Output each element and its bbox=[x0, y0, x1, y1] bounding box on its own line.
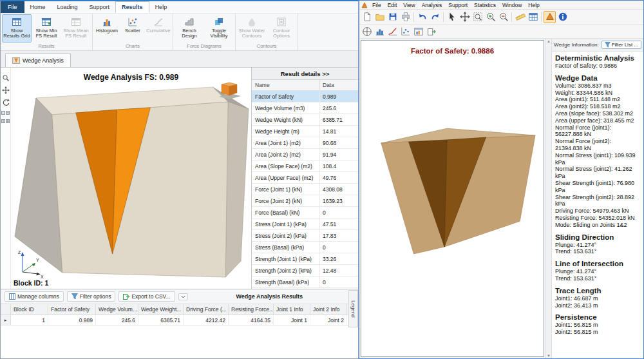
details-col-data[interactable]: Data bbox=[319, 80, 358, 90]
data-table-icon[interactable] bbox=[527, 11, 539, 23]
manage-columns-button[interactable]: Manage columns bbox=[5, 291, 64, 302]
grid-col-wedge-weight[interactable]: Wedge Weight... bbox=[138, 304, 184, 315]
tab-results[interactable]: Results bbox=[115, 1, 149, 13]
view-preset-icon-1[interactable] bbox=[1, 111, 5, 115]
menu-item[interactable]: Edit bbox=[384, 2, 401, 8]
chart-viewer-icon[interactable] bbox=[412, 25, 424, 37]
details-col-name[interactable]: Name bbox=[252, 82, 319, 88]
detail-name: Wedge Weight (kN) bbox=[252, 117, 319, 123]
export-dropdown-button[interactable] bbox=[178, 293, 188, 300]
detail-row[interactable]: Area (Joint 1) (m2) 90.68 bbox=[252, 137, 358, 149]
detail-value: 14.81 bbox=[319, 126, 358, 137]
zoom-icon[interactable] bbox=[2, 74, 10, 82]
rotate-icon[interactable] bbox=[2, 99, 10, 106]
wedge-3d-canvas[interactable]: Factor of Safety: 0.9886 bbox=[361, 40, 544, 357]
detail-row[interactable]: Stress (Basal) (kPa) 0 bbox=[252, 242, 358, 253]
detail-row[interactable]: Force (Joint 2) (kN) 1639.23 bbox=[252, 195, 358, 207]
grid-col-resisting-force[interactable]: Resisting Force... bbox=[229, 304, 274, 315]
filter-options-button[interactable]: Filter options bbox=[67, 291, 116, 302]
stereonet-icon[interactable] bbox=[361, 25, 373, 37]
view-preset-icon-4[interactable] bbox=[6, 119, 10, 123]
pan-icon[interactable] bbox=[459, 11, 471, 23]
detail-row[interactable]: Wedge Volume (m3) 245.6 bbox=[252, 102, 358, 114]
filter-list-button[interactable]: Filter List ... bbox=[601, 41, 641, 49]
print-icon[interactable] bbox=[399, 11, 412, 23]
grid-col-joint1-info[interactable]: Joint 1 Info bbox=[274, 304, 310, 315]
grid-col-wedge-volume[interactable]: Wedge Volum... bbox=[96, 304, 138, 315]
redo-icon[interactable] bbox=[429, 11, 441, 23]
wedge-3d-view[interactable]: Wedge Analysis FS: 0.989 Z Y X Block ID:… bbox=[11, 68, 251, 289]
scroll-up-icon[interactable]: ▲ bbox=[547, 39, 551, 43]
show-results-grid-button[interactable]: Show Results Grid bbox=[2, 14, 32, 43]
detail-value: 90.68 bbox=[319, 137, 358, 148]
toggle-visibility-button[interactable]: Toggle Visibility bbox=[204, 14, 234, 43]
menu-item[interactable]: Help bbox=[525, 2, 542, 8]
menu-item[interactable]: View bbox=[400, 2, 418, 8]
grid-col-factor-of-safety[interactable]: Factor of Safety bbox=[48, 304, 96, 315]
grid-col-block-id[interactable]: Block ID bbox=[11, 304, 48, 315]
detail-row[interactable]: Force (Joint 1) (kN) 4308.08 bbox=[252, 184, 358, 195]
show-min-fs-result-button[interactable]: Show Min FS Result bbox=[32, 14, 61, 43]
histogram-icon[interactable] bbox=[374, 25, 386, 37]
scroll-down-icon[interactable]: ▼ bbox=[547, 354, 551, 358]
detail-row[interactable]: Area (Joint 2) (m2) 91.94 bbox=[252, 149, 358, 160]
view-preset-icon-2[interactable] bbox=[6, 111, 10, 115]
menu-item[interactable]: Analysis bbox=[419, 2, 446, 8]
row-selector-cell[interactable]: ▸ bbox=[1, 315, 11, 325]
legend-collapsed-tab[interactable]: Legend bbox=[348, 290, 358, 327]
detail-name: Strength (Joint 1) (kPa) bbox=[252, 256, 319, 262]
result-details-header[interactable]: Result details >> bbox=[252, 68, 358, 80]
menu-item[interactable]: Window bbox=[499, 2, 525, 8]
scatter-button[interactable]: Scatter bbox=[120, 14, 146, 43]
detail-value: 4308.08 bbox=[319, 184, 358, 195]
group-label-charts: Charts bbox=[94, 43, 171, 50]
undo-icon[interactable] bbox=[416, 11, 428, 23]
detail-row[interactable]: Wedge Height (m) 14.81 bbox=[252, 126, 358, 137]
zoom-in-icon[interactable] bbox=[484, 11, 497, 23]
tab-help[interactable]: Help bbox=[149, 1, 173, 13]
grid-data-row[interactable]: ▸ 1 0.989 245.6 6385.71 4212.42 4164.35 … bbox=[1, 315, 348, 325]
view-preset-icon-3[interactable] bbox=[1, 119, 5, 123]
tab-loading[interactable]: Loading bbox=[52, 1, 84, 13]
grid-col-driving-force[interactable]: Driving Force (... bbox=[184, 304, 229, 315]
detail-row[interactable]: Area (Upper Face) (m2) 49.76 bbox=[252, 172, 358, 184]
orientation-cube-icon[interactable] bbox=[215, 79, 243, 102]
open-file-icon[interactable] bbox=[374, 11, 386, 23]
histogram-button[interactable]: Histogram bbox=[94, 14, 120, 43]
menu-item[interactable]: Statistics bbox=[471, 2, 499, 8]
pan-icon[interactable] bbox=[2, 86, 10, 94]
export-data-icon[interactable] bbox=[425, 25, 437, 37]
cumulative-plot-icon[interactable] bbox=[386, 25, 399, 37]
tab-file[interactable]: File bbox=[1, 1, 24, 13]
button-label: Histogram bbox=[96, 28, 118, 34]
detail-row[interactable]: Strength (Joint 2) (kPa) 12.48 bbox=[252, 265, 358, 277]
menu-item[interactable]: File bbox=[369, 2, 384, 8]
wedge-analysis-doc-tab[interactable]: Wedge Analysis bbox=[5, 53, 71, 67]
detail-row[interactable]: Wedge Weight (kN) 6385.71 bbox=[252, 114, 358, 126]
zoom-out-icon[interactable] bbox=[497, 11, 509, 23]
ruler-icon[interactable] bbox=[514, 11, 526, 23]
tab-support[interactable]: Support bbox=[84, 1, 116, 13]
detail-row[interactable]: Strength (Joint 1) (kPa) 33.26 bbox=[252, 253, 358, 265]
export-csv-button[interactable]: Export to CSV... bbox=[118, 291, 175, 302]
zoom-extents-icon[interactable] bbox=[471, 11, 484, 23]
menu-item[interactable]: Support bbox=[445, 2, 471, 8]
detail-row[interactable]: Stress (Joint 2) (kPa) 17.83 bbox=[252, 230, 358, 242]
tab-home[interactable]: Home bbox=[24, 1, 52, 13]
scatter-plot-icon[interactable] bbox=[399, 25, 412, 37]
detail-row[interactable]: Force (Basal) (kN) 0 bbox=[252, 207, 358, 218]
bench-design-button[interactable]: Bench Design bbox=[175, 14, 204, 43]
detail-row[interactable]: Strength (Basal) (kPa) 0 bbox=[252, 277, 358, 288]
save-icon[interactable] bbox=[386, 11, 399, 23]
info-icon[interactable] bbox=[556, 11, 569, 23]
detail-row[interactable]: Factor of Safety 0.989 bbox=[252, 91, 358, 102]
wedge-view-icon[interactable] bbox=[544, 11, 556, 23]
detail-row[interactable]: Stress (Joint 1) (kPa) 47.51 bbox=[252, 218, 358, 230]
detail-row[interactable]: Area (Slope Face) (m2) 108.4 bbox=[252, 160, 358, 172]
select-arrow-icon[interactable] bbox=[446, 11, 458, 23]
grid-col-joint2-info[interactable]: Joint 2 Info bbox=[310, 304, 347, 315]
info-line: Trend: 153.631° bbox=[555, 275, 640, 282]
new-file-icon[interactable] bbox=[361, 11, 373, 23]
ribbon-group-force-diagrams: Bench Design Toggle Visibility Force Dia… bbox=[173, 14, 236, 50]
canvas-scrollbar[interactable]: ▲ ▼ bbox=[545, 39, 552, 358]
